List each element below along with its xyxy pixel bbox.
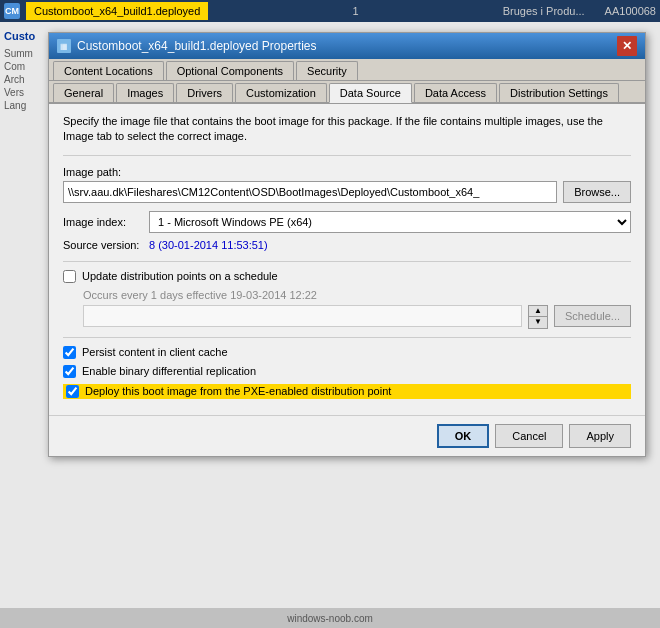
ok-button[interactable]: OK [437, 424, 490, 448]
pxe-checkbox[interactable] [66, 385, 79, 398]
bottom-bar: windows-noob.com [0, 608, 660, 628]
apply-button[interactable]: Apply [569, 424, 631, 448]
browse-button[interactable]: Browse... [563, 181, 631, 203]
source-version-label: Source version: [63, 239, 143, 251]
bottom-bar-text: windows-noob.com [287, 613, 373, 624]
source-version-value: 8 (30-01-2014 11:53:51) [149, 239, 268, 251]
tab-strip-bottom: General Images Drivers Customization Dat… [49, 81, 645, 104]
update-schedule-row: Update distribution points on a schedule [63, 270, 631, 283]
image-path-label: Image path: [63, 166, 631, 178]
persist-label: Persist content in client cache [82, 346, 228, 358]
divider [63, 261, 631, 262]
schedule-section: Occurs every 1 days effective 19-03-2014… [63, 289, 631, 329]
tab-general[interactable]: General [53, 83, 114, 102]
tab-images[interactable]: Images [116, 83, 174, 102]
persist-checkbox[interactable] [63, 346, 76, 359]
image-index-row: Image index: 1 - Microsoft Windows PE (x… [63, 211, 631, 233]
close-button[interactable]: ✕ [617, 36, 637, 56]
tab-distribution-settings[interactable]: Distribution Settings [499, 83, 619, 102]
dialog-titlebar: ▦ Customboot_x64_build1.deployed Propert… [49, 33, 645, 59]
dialog-footer: OK Cancel Apply [49, 415, 645, 456]
schedule-button[interactable]: Schedule... [554, 305, 631, 327]
center-info: 1 [214, 5, 496, 17]
tab-drivers[interactable]: Drivers [176, 83, 233, 102]
taskbar-tab[interactable]: Customboot_x64_build1.deployed [26, 2, 208, 20]
image-path-input[interactable] [63, 181, 557, 203]
tab-data-source[interactable]: Data Source [329, 83, 412, 103]
image-index-label: Image index: [63, 216, 143, 228]
spin-buttons: ▲ ▼ [528, 305, 548, 329]
aa-label: AA100068 [605, 5, 656, 17]
persist-row: Persist content in client cache [63, 346, 631, 359]
cancel-button[interactable]: Cancel [495, 424, 563, 448]
update-schedule-checkbox[interactable] [63, 270, 76, 283]
dialog-icon: ▦ [57, 39, 71, 53]
dialog-title: Customboot_x64_build1.deployed Propertie… [77, 39, 617, 53]
image-path-group: Image path: Browse... [63, 166, 631, 203]
spin-up-button[interactable]: ▲ [529, 306, 547, 317]
spin-down-button[interactable]: ▼ [529, 317, 547, 328]
properties-dialog: ▦ Customboot_x64_build1.deployed Propert… [48, 32, 646, 457]
schedule-text [83, 305, 522, 327]
tab-optional-components[interactable]: Optional Components [166, 61, 294, 80]
description: Specify the image file that contains the… [63, 114, 631, 156]
binary-diff-label: Enable binary differential replication [82, 365, 256, 377]
pxe-row: Deploy this boot image from the PXE-enab… [63, 384, 631, 399]
binary-diff-checkbox[interactable] [63, 365, 76, 378]
divider2 [63, 337, 631, 338]
tab-security[interactable]: Security [296, 61, 358, 80]
dialog-content: Specify the image file that contains the… [49, 104, 645, 415]
update-schedule-label: Update distribution points on a schedule [82, 270, 278, 282]
app-icon: CM [4, 3, 20, 19]
tab-customization[interactable]: Customization [235, 83, 327, 102]
schedule-desc: Occurs every 1 days effective 19-03-2014… [83, 289, 631, 301]
top-bar-right: Bruges i Produ... AA100068 [503, 5, 656, 17]
image-index-select[interactable]: 1 - Microsoft Windows PE (x64) [149, 211, 631, 233]
pxe-label: Deploy this boot image from the PXE-enab… [85, 385, 391, 397]
tab-content-locations[interactable]: Content Locations [53, 61, 164, 80]
source-version-row: Source version: 8 (30-01-2014 11:53:51) [63, 239, 631, 251]
top-bar: CM Customboot_x64_build1.deployed 1 Brug… [0, 0, 660, 22]
tab-data-access[interactable]: Data Access [414, 83, 497, 102]
tab-strip-top: Content Locations Optional Components Se… [49, 59, 645, 81]
background-area: Custo Summ Com Arch Vers Lang ▦ Custombo… [0, 22, 660, 628]
binary-diff-row: Enable binary differential replication [63, 365, 631, 378]
bruges-label: Bruges i Produ... [503, 5, 585, 17]
